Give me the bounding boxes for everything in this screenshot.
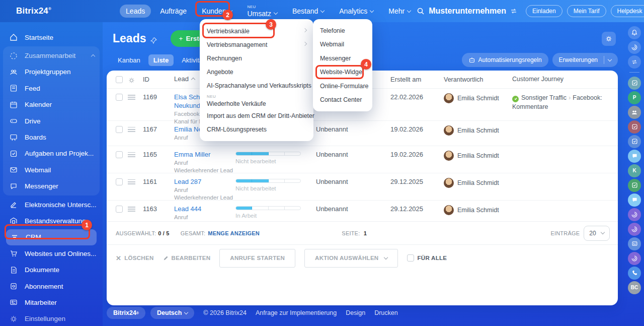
sidebar-item-startseite[interactable]: Startseite bbox=[0, 29, 103, 45]
rail-chat-copilot-icon[interactable] bbox=[628, 208, 641, 221]
row-checkbox[interactable] bbox=[116, 151, 123, 158]
footer-link-implementation[interactable]: Anfrage zur Implementierung bbox=[256, 309, 337, 316]
start-calls-button[interactable]: ANRUFE STARTEN bbox=[219, 249, 295, 268]
einladen-button[interactable]: Einladen bbox=[526, 5, 562, 17]
delete-button[interactable]: ✕LÖSCHEN bbox=[116, 255, 154, 262]
nav-umsatz[interactable]: NEU Umsatz bbox=[241, 4, 283, 18]
sidebar-item-webmail[interactable]: Webmail bbox=[3, 162, 100, 178]
rail-chat-card-icon[interactable] bbox=[628, 237, 641, 250]
sidebar-item-projektgruppen[interactable]: Projektgruppen bbox=[3, 64, 100, 80]
rail-chat-phone-icon[interactable] bbox=[628, 267, 641, 280]
rail-chat-avatar[interactable]: P bbox=[628, 91, 641, 104]
rail-chat-chat-icon[interactable] bbox=[628, 150, 641, 163]
rail-chat-task-icon[interactable] bbox=[628, 135, 641, 148]
drag-handle-icon[interactable] bbox=[128, 207, 135, 212]
pin-icon[interactable] bbox=[150, 37, 157, 44]
nav-auftraege[interactable]: Aufträge bbox=[154, 5, 193, 18]
lead-link[interactable]: Lead 444 bbox=[174, 205, 201, 213]
row-checkbox[interactable] bbox=[116, 126, 123, 133]
header-created[interactable]: Erstellt am bbox=[390, 76, 444, 83]
extensions-button[interactable]: Erweiterungen bbox=[552, 53, 618, 67]
menu-item-rechnungen[interactable]: Rechnungen bbox=[200, 51, 313, 65]
sidebar-item-feed[interactable]: Feed bbox=[3, 80, 100, 96]
sidebar-item-zusammenarbeit[interactable]: Zusammenarbeit bbox=[3, 47, 100, 63]
responsible-cell[interactable]: Emilia Schmidt bbox=[444, 205, 512, 215]
footer-link-design[interactable]: Design bbox=[346, 309, 365, 316]
responsible-cell[interactable]: Emilia Schmidt bbox=[444, 125, 512, 136]
sidebar-item-websites[interactable]: Websites und Onlines... bbox=[0, 245, 103, 262]
automation-rules-button[interactable]: Automatisierungsregeln bbox=[462, 53, 548, 67]
stage-cell[interactable]: In Arbeit bbox=[235, 205, 316, 219]
submenu-item-webmail[interactable]: Webmail bbox=[313, 38, 372, 52]
switch-company-icon[interactable] bbox=[510, 8, 517, 14]
drag-handle-icon[interactable] bbox=[128, 127, 135, 132]
rail-chat-avatar[interactable]: K bbox=[628, 164, 641, 177]
sidebar-item-kalender[interactable]: Kalender bbox=[3, 97, 100, 113]
sidebar-item-messenger[interactable]: Messenger bbox=[3, 178, 100, 194]
page-settings-button[interactable] bbox=[602, 32, 616, 46]
rail-chat-task-icon[interactable] bbox=[628, 179, 641, 192]
nav-leads[interactable]: Leads bbox=[120, 5, 151, 18]
sidebar-item-dokumente[interactable]: Dokumente bbox=[0, 262, 103, 278]
nav-bestand[interactable]: Bestand bbox=[286, 5, 330, 18]
footer-brand-button[interactable]: Bitrix24® bbox=[107, 307, 145, 319]
rail-chat-avatar[interactable]: BC bbox=[628, 281, 641, 294]
rail-chat-task-icon[interactable] bbox=[628, 77, 641, 90]
row-checkbox[interactable] bbox=[116, 206, 123, 213]
sidebar-item-crm[interactable]: CRM bbox=[6, 229, 97, 245]
sidebar-item-drive[interactable]: Drive bbox=[3, 113, 100, 129]
search-button[interactable]: Musterunternehmen bbox=[417, 7, 517, 16]
responsible-cell[interactable]: Emilia Schmidt bbox=[444, 93, 512, 103]
nav-mehr[interactable]: Mehr bbox=[382, 5, 417, 18]
language-select[interactable]: Deutsch bbox=[150, 307, 194, 319]
submenu-item-contact-center[interactable]: Contact Center bbox=[313, 93, 372, 107]
rail-copilot-icon[interactable] bbox=[628, 41, 641, 54]
rail-chat-copilot-icon[interactable] bbox=[628, 252, 641, 265]
choose-action-select[interactable]: AKTION AUSWÄHLEN bbox=[304, 249, 398, 268]
menu-item-crm-loesungspresets[interactable]: CRM-Lösungspresets bbox=[200, 122, 313, 136]
bitrix24-logo[interactable]: Bitrix24® bbox=[16, 6, 51, 16]
sidebar-item-mitarbeiter[interactable]: Mitarbeiter bbox=[0, 294, 103, 310]
mein-tarif-button[interactable]: Mein Tarif bbox=[567, 5, 606, 17]
rail-chat-copilot-icon[interactable] bbox=[628, 223, 641, 236]
select-all-checkbox[interactable] bbox=[116, 76, 123, 83]
tab-liste[interactable]: Liste bbox=[148, 54, 174, 66]
rail-chat-people-icon[interactable] bbox=[628, 106, 641, 119]
rail-chat-task-icon[interactable] bbox=[628, 120, 641, 134]
entries-per-page-select[interactable]: 20 bbox=[584, 226, 610, 241]
responsible-cell[interactable]: Emilia Schmidt bbox=[444, 178, 512, 188]
nav-analytics[interactable]: Analytics bbox=[333, 5, 379, 18]
header-responsible[interactable]: Verantwortlich bbox=[444, 76, 512, 83]
drag-handle-icon[interactable] bbox=[128, 152, 135, 157]
row-checkbox[interactable] bbox=[116, 178, 123, 185]
sidebar-item-abonnement[interactable]: Abonnement bbox=[0, 278, 103, 294]
stage-cell[interactable]: Nicht bearbeitet bbox=[235, 151, 316, 164]
show-total-link[interactable]: MENGE ANZEIGEN bbox=[208, 230, 260, 236]
header-journey[interactable]: Customer Journey bbox=[512, 75, 618, 84]
submenu-item-telefonie[interactable]: Telefonie bbox=[313, 24, 372, 38]
sidebar-item-einstellungen[interactable]: Einstellungen bbox=[0, 311, 103, 326]
edit-button[interactable]: BEARBEITEN bbox=[163, 255, 211, 261]
menu-item-angebote[interactable]: Angebote bbox=[200, 65, 313, 79]
menu-item-wiederholte-verkaeufe[interactable]: Wiederholte Verkäufe bbox=[200, 99, 313, 109]
responsible-cell[interactable]: Emilia Schmidt bbox=[444, 151, 512, 161]
sidebar-item-esign[interactable]: Elektronische Untersc... bbox=[0, 197, 103, 213]
header-id[interactable]: ID bbox=[143, 76, 174, 83]
menu-item-import[interactable]: Import aus dem CRM der Dritt-Anbieter bbox=[200, 109, 313, 122]
menu-item-vertriebsmanagement[interactable]: Vertriebsmanagement bbox=[200, 38, 313, 51]
drag-handle-icon[interactable] bbox=[128, 95, 135, 100]
for-all-checkbox[interactable]: FÜR ALLE bbox=[407, 254, 447, 262]
drag-handle-icon[interactable] bbox=[128, 179, 135, 184]
lead-link[interactable]: Lead 287 bbox=[174, 178, 201, 185]
tab-kanban[interactable]: Kanban bbox=[113, 54, 145, 66]
menu-item-vertriebskanaele[interactable]: Vertriebskanäle bbox=[200, 24, 313, 38]
footer-link-print[interactable]: Drucken bbox=[374, 309, 398, 316]
menu-item-ai-sprachanalyse[interactable]: AI-Sprachanalyse und Verkaufsskripts bbox=[200, 79, 313, 92]
lead-link[interactable]: Emma Miller bbox=[174, 151, 210, 158]
rail-chat-chat-icon[interactable] bbox=[628, 193, 641, 207]
sidebar-item-aufgaben[interactable]: Aufgaben und Projek... bbox=[3, 146, 100, 162]
row-checkbox[interactable] bbox=[116, 94, 123, 101]
rail-bell-icon[interactable] bbox=[628, 26, 641, 39]
helpdesk-button[interactable]: Helpdesk bbox=[611, 5, 644, 17]
submenu-item-online-formulare[interactable]: Online-Formulare bbox=[313, 79, 372, 93]
